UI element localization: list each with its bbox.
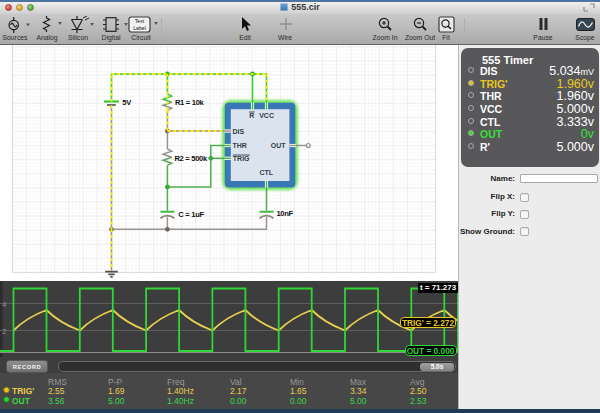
svg-text:OUT: OUT bbox=[271, 142, 287, 149]
svg-text:4: 4 bbox=[2, 300, 7, 309]
svg-text:R: R bbox=[249, 112, 254, 119]
svg-text:THR: THR bbox=[233, 142, 247, 149]
svg-text:CTL: CTL bbox=[260, 169, 274, 176]
svg-text:TRIG: TRIG bbox=[233, 155, 250, 162]
svg-text:R1 = 10k: R1 = 10k bbox=[175, 98, 205, 107]
svg-text:5V: 5V bbox=[122, 98, 132, 107]
svg-text:Label: Label bbox=[133, 25, 146, 31]
svg-text:C = 1uF: C = 1uF bbox=[178, 210, 204, 219]
svg-text:10nF: 10nF bbox=[276, 209, 293, 218]
svg-text:2: 2 bbox=[2, 327, 7, 336]
svg-text:R2 = 500k: R2 = 500k bbox=[174, 154, 208, 163]
svg-text:VCC: VCC bbox=[259, 112, 274, 119]
svg-text:Text: Text bbox=[135, 18, 145, 24]
svg-text:DIS: DIS bbox=[233, 128, 245, 135]
